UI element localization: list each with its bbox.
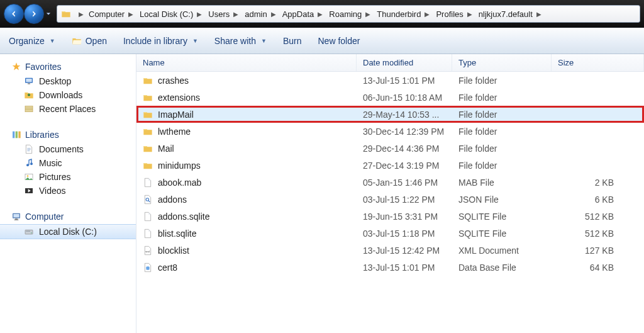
column-name[interactable]: Name: [136, 54, 357, 71]
downloads-icon: [24, 90, 34, 100]
svg-rect-6: [14, 220, 19, 220]
column-size[interactable]: Size: [552, 54, 644, 71]
file-row[interactable]: addons03-Jul-15 1:22 PMJSON File6 KB: [136, 191, 644, 208]
breadcrumb-segment[interactable]: Profiles▶: [431, 6, 473, 22]
file-row[interactable]: blist.sqlite03-Jul-15 1:18 PMSQLITE File…: [136, 225, 644, 242]
breadcrumb-segment[interactable]: Users▶: [203, 6, 240, 22]
share-with-menu[interactable]: Share with▼: [212, 33, 269, 48]
file-date: 30-Dec-14 12:39 PM: [357, 127, 452, 137]
file-type: File folder: [452, 161, 552, 171]
breadcrumb-segment[interactable]: Roaming▶: [324, 6, 372, 22]
column-type[interactable]: Type: [452, 54, 552, 71]
chevron-down-icon: [46, 11, 51, 16]
include-label: Include in library: [123, 36, 187, 46]
file-row[interactable]: lwtheme30-Dec-14 12:39 PMFile folder: [136, 123, 644, 140]
file-row[interactable]: blocklist13-Jul-15 12:42 PMXML Document1…: [136, 242, 644, 259]
include-in-library-menu[interactable]: Include in library▼: [121, 33, 201, 48]
pictures-icon: [24, 172, 34, 182]
file-type: MAB File: [452, 178, 552, 188]
sidebar-item-library[interactable]: Documents: [0, 142, 136, 156]
file-row[interactable]: abook.mab05-Jan-15 1:46 PMMAB File2 KB: [136, 174, 644, 191]
desktop-icon: [24, 76, 34, 86]
file-row[interactable]: cert813-Jul-15 1:01 PMData Base File64 K…: [136, 259, 644, 276]
sidebar-item-library[interactable]: Pictures: [0, 170, 136, 184]
breadcrumb-text: Users: [208, 9, 230, 19]
file-row[interactable]: extensions06-Jun-15 10:18 AMFile folder: [136, 89, 644, 106]
file-row[interactable]: ImapMail29-May-14 10:53 ...File folder: [136, 106, 644, 123]
computer-icon: [11, 212, 21, 222]
file-row[interactable]: minidumps27-Dec-14 3:19 PMFile folder: [136, 157, 644, 174]
chevron-down-icon: ▼: [192, 38, 198, 44]
breadcrumb-text: Roaming: [329, 9, 362, 19]
file-row[interactable]: addons.sqlite19-Jun-15 3:31 PMSQLITE Fil…: [136, 208, 644, 225]
file-name: lwtheme: [158, 127, 191, 137]
forward-button[interactable]: [24, 4, 44, 24]
file-icon: [143, 212, 153, 222]
sidebar-item-drive[interactable]: Local Disk (C:): [0, 224, 136, 239]
computer-label: Computer: [25, 212, 64, 222]
file-type: XML Document: [452, 246, 552, 256]
new-folder-button[interactable]: New folder: [316, 33, 363, 48]
chevron-right-icon: ▶: [79, 11, 84, 18]
file-rows: crashes13-Jul-15 1:01 PMFile folderexten…: [136, 72, 644, 333]
body: Favorites DesktopDownloadsRecent Places …: [0, 54, 644, 333]
file-size: 127 KB: [552, 246, 644, 256]
file-type: File folder: [452, 76, 552, 86]
back-button[interactable]: [4, 4, 24, 24]
navigation-pane: Favorites DesktopDownloadsRecent Places …: [0, 54, 136, 333]
burn-button[interactable]: Burn: [280, 33, 304, 48]
address-bar[interactable]: ▶ Computer▶Local Disk (C:)▶Users▶admin▶A…: [57, 5, 640, 23]
share-label: Share with: [214, 36, 256, 46]
file-row[interactable]: crashes13-Jul-15 1:01 PMFile folder: [136, 72, 644, 89]
sidebar-item-favorite[interactable]: Downloads: [0, 88, 136, 102]
sidebar-item-library[interactable]: Videos: [0, 184, 136, 198]
file-date: 13-Jul-15 1:01 PM: [357, 262, 452, 273]
open-button[interactable]: Open: [69, 33, 109, 48]
organize-menu[interactable]: Organize▼: [6, 33, 58, 48]
file-type: SQLITE File: [452, 212, 552, 222]
sidebar-item-label: Recent Places: [39, 104, 96, 114]
svg-rect-2: [18, 132, 20, 138]
breadcrumb-text: Thunderbird: [377, 9, 421, 19]
breadcrumb-segment[interactable]: AppData▶: [277, 6, 325, 22]
file-date: 29-Dec-14 4:36 PM: [357, 144, 452, 154]
file-name: blist.sqlite: [158, 229, 196, 239]
file-icon: [143, 178, 153, 188]
back-icon: [9, 9, 18, 18]
forward-icon: [30, 9, 38, 18]
computer-group[interactable]: Computer: [0, 209, 136, 224]
chevron-right-icon: ▶: [233, 11, 238, 18]
favorites-group[interactable]: Favorites: [0, 59, 136, 74]
chevron-right-icon: ▶: [128, 11, 133, 18]
folder-icon: [143, 76, 153, 86]
file-type: Data Base File: [452, 262, 552, 273]
sidebar-item-favorite[interactable]: Desktop: [0, 74, 136, 88]
file-type: JSON File: [452, 195, 552, 205]
breadcrumb-segment[interactable]: nljkjux7.default▶: [474, 6, 543, 22]
db-icon: [143, 262, 153, 273]
file-name: crashes: [158, 76, 189, 86]
sidebar-item-label: Desktop: [39, 76, 71, 86]
svg-rect-5: [15, 218, 18, 219]
burn-label: Burn: [283, 36, 302, 46]
breadcrumb-segment[interactable]: Thunderbird▶: [372, 6, 431, 22]
star-icon: [11, 62, 21, 72]
sidebar-item-favorite[interactable]: Recent Places: [0, 102, 136, 116]
chevron-right-icon: ▶: [536, 11, 541, 18]
column-date[interactable]: Date modified: [357, 54, 452, 71]
file-name: addons: [158, 195, 187, 205]
breadcrumb-segment[interactable]: Local Disk (C:)▶: [135, 6, 203, 22]
svg-rect-0: [13, 132, 14, 138]
file-date: 03-Jul-15 1:22 PM: [357, 195, 452, 205]
history-dropdown[interactable]: [44, 4, 53, 24]
chevron-right-icon: ▶: [318, 11, 323, 18]
breadcrumb-segment[interactable]: admin▶: [240, 6, 277, 22]
libraries-group[interactable]: Libraries: [0, 127, 136, 142]
file-size: 64 KB: [552, 262, 644, 273]
file-row[interactable]: Mail29-Dec-14 4:36 PMFile folder: [136, 140, 644, 157]
sidebar-item-library[interactable]: Music: [0, 156, 136, 170]
file-name: extensions: [158, 93, 200, 103]
breadcrumb-segment[interactable]: Computer▶: [84, 6, 135, 22]
file-size: 6 KB: [552, 195, 644, 205]
sidebar-item-label: Pictures: [39, 172, 71, 182]
